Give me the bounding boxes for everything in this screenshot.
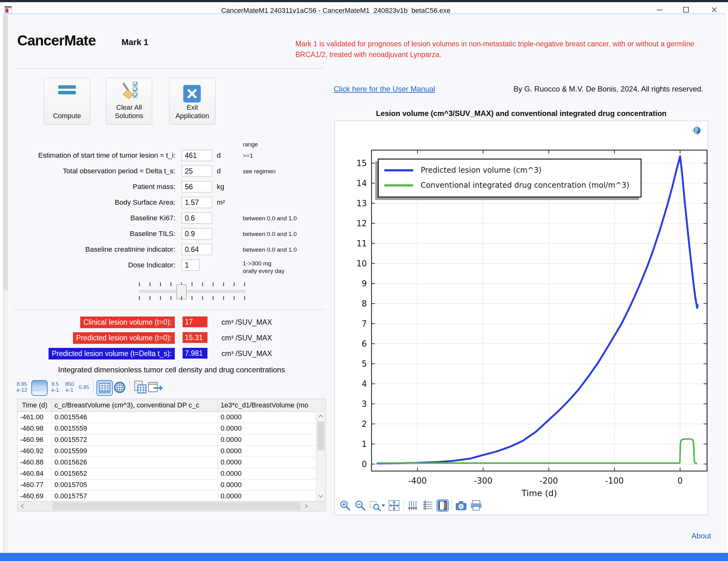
table-cell: -460.69 (18, 491, 52, 502)
field-label-ki67: Baseline Ki67: (13, 214, 175, 222)
zoom-in-button[interactable] (339, 500, 351, 512)
svg-text:4: 4 (361, 379, 367, 389)
table-hscroll-thumb[interactable] (53, 502, 301, 510)
table-cell: 0.0000 (218, 457, 316, 468)
table-icon (99, 383, 110, 393)
minimize-icon (657, 7, 663, 13)
field-label-observation-period: Total observation period = Delta t_s: (13, 167, 175, 175)
export-table-button[interactable] (148, 380, 163, 395)
legend-line-blue (384, 169, 413, 171)
export-icon (148, 381, 163, 394)
table-cell: 0.0000 (218, 445, 316, 457)
scroll-down-icon[interactable] (316, 492, 325, 500)
window-scrollbar-thumb[interactable] (3, 14, 8, 290)
precision-button-4[interactable]: 0.85 (76, 384, 91, 390)
patient-mass-input[interactable]: 56 (182, 181, 212, 192)
svg-text:-400: -400 (408, 476, 427, 486)
precision-button-2[interactable]: 8.5 e-1 (48, 381, 63, 393)
copy-table-button[interactable] (133, 380, 148, 395)
exit-application-button[interactable]: Exit Application (169, 78, 216, 125)
col-header-cd1: 1e3*c_d1/BreastVolume (mo (218, 399, 325, 412)
snapshot-button[interactable] (455, 500, 467, 512)
precision-top: 8.5 (48, 381, 63, 387)
precision-button-1[interactable]: 8.85 e-12 (14, 381, 29, 393)
validation-note: Mark 1 is validated for prognoses of les… (295, 39, 706, 60)
legend-entry: Predicted lesion volume (cm^3) (384, 163, 641, 178)
table-header-row: Time (d) c_c/BreastVolume (cm^3), conven… (18, 399, 325, 412)
legend-label: Conventional integrated drug concentrati… (421, 181, 629, 189)
table-vertical-scrollbar[interactable] (316, 412, 325, 501)
table-cell: -460.88 (18, 457, 52, 468)
table-cell: -460.98 (18, 423, 52, 434)
precision-button-3[interactable]: 850 e-1 (62, 381, 77, 393)
polar-view-button[interactable] (112, 380, 127, 395)
field-label-bsa: Body Surface Area: (13, 198, 175, 206)
table-horizontal-scrollbar[interactable] (17, 501, 326, 512)
scroll-left-icon[interactable] (18, 502, 26, 510)
results-table: Time (d) c_c/BreastVolume (cm^3), conven… (17, 399, 326, 501)
plot-toggle-icon (438, 501, 447, 511)
slider-track[interactable] (139, 290, 246, 293)
start-time-input[interactable]: 461 (182, 150, 212, 161)
clear-all-solutions-button[interactable]: Clear All Solutions (106, 78, 152, 125)
zoom-box-button[interactable] (369, 500, 385, 512)
predicted-volume-dts-label: Predicted lesion volume (t=Delta t_s): (49, 348, 175, 360)
print-button[interactable] (470, 500, 482, 512)
table-cell: 0.0015546 (52, 412, 218, 423)
compute-button[interactable]: Compute (44, 78, 90, 125)
tils-input[interactable]: 0.9 (182, 228, 212, 239)
printer-icon (470, 500, 482, 511)
table-cell: 0.0015705 (52, 479, 218, 491)
fit-view-button[interactable] (388, 500, 400, 512)
slider-ticks-top (138, 282, 246, 287)
plot-toggle-button[interactable] (437, 500, 449, 512)
app-window: CancerMateM1 240311v1aC56 - CancerMateM1… (0, 0, 728, 561)
svg-text:-300: -300 (474, 476, 492, 486)
top-edge-strip (0, 0, 728, 2)
divider (13, 310, 324, 310)
clinical-volume-label: Clinical lesion volume (t=0): (80, 317, 175, 328)
toolbar-separator (452, 500, 452, 511)
scroll-right-icon[interactable] (302, 502, 310, 510)
field-label-start-time: Estimation of start time of tumor lesion… (13, 151, 175, 159)
precision-bottom: e-1 (48, 387, 63, 393)
y-grid-button[interactable] (422, 500, 434, 512)
predicted-volume-t0-value: 15.31 (183, 332, 207, 343)
bsa-input[interactable]: 1.57 (182, 197, 212, 208)
dose-input[interactable]: 1 (182, 259, 200, 271)
zoom-out-button[interactable] (354, 500, 366, 512)
bottom-edge-strip (0, 553, 728, 561)
range-column-header: range (243, 141, 258, 148)
table-row: -461.00 0.0015546 0.0000 (18, 412, 316, 423)
start-time-range: >=1 (243, 152, 253, 159)
table-vscroll-thumb[interactable] (317, 422, 325, 450)
table-cell: 0.0015572 (52, 434, 218, 445)
field-label-dose: Dose Indicator: (13, 261, 175, 269)
svg-text:1: 1 (361, 439, 367, 449)
window-scrollbar[interactable] (3, 14, 8, 552)
table-view-button[interactable] (96, 380, 113, 396)
fit-view-icon (388, 500, 400, 511)
x-grid-icon (407, 500, 418, 511)
integrated-section-title: Integrated dimensionless tumor cell dens… (17, 366, 326, 374)
x-grid-button[interactable] (407, 500, 419, 512)
user-manual-link[interactable]: Click here for the User Manual (334, 85, 435, 93)
globe-icon (113, 381, 126, 394)
ki67-input[interactable]: 0.6 (182, 212, 212, 224)
scroll-up-icon[interactable] (316, 412, 325, 420)
predicted-volume-dts-unit: cm³ /SUV_MAX (221, 350, 272, 358)
field-label-patient-mass: Patient mass: (13, 183, 175, 191)
creatinine-input[interactable]: 0.64 (182, 244, 212, 255)
about-link[interactable]: About (691, 532, 711, 540)
precision-bottom: e-1 (62, 387, 77, 393)
comsol-icon[interactable] (691, 125, 703, 137)
maximize-icon (683, 7, 689, 13)
field-label-tils: Baseline TILS: (13, 230, 175, 238)
observation-period-input[interactable]: 25 (182, 165, 212, 177)
auto-precision-button[interactable]: AUTO (31, 380, 48, 396)
svg-text:0: 0 (678, 476, 683, 486)
precision-top: 8.85 (14, 381, 29, 387)
table-cell: 0.0015626 (52, 457, 218, 468)
legend-line-green (384, 184, 413, 186)
copyright-text: By G. Ruocco & M.V. De Bonis, 2024. All … (513, 85, 703, 93)
